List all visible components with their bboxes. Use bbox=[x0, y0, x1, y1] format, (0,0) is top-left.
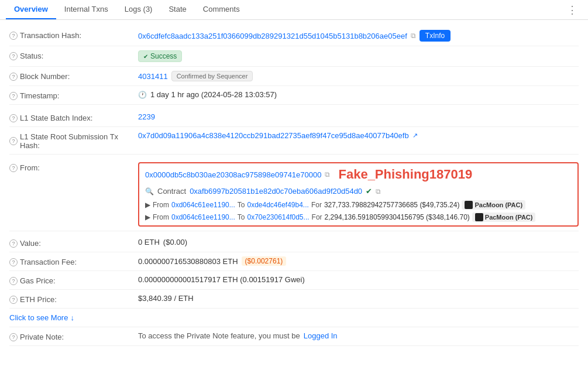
confirmed-badge: Confirmed by Sequencer bbox=[171, 71, 253, 81]
arrow-icon-2: ▶ bbox=[145, 213, 150, 221]
from-help-icon[interactable]: ? bbox=[9, 164, 18, 172]
transfer2-for-label: For bbox=[312, 213, 322, 221]
gas-help-icon[interactable]: ? bbox=[9, 277, 18, 285]
fee-value-col: 0.000000716530880803 ETH ($0.002761) bbox=[138, 256, 579, 266]
private-note-help-icon[interactable]: ? bbox=[9, 333, 18, 341]
fee-eth: 0.000000716530880803 ETH bbox=[138, 257, 238, 266]
arrow-icon-1: ▶ bbox=[145, 201, 150, 209]
more-options-icon[interactable]: ⋮ bbox=[562, 1, 582, 19]
gas-value: 0.000000000001517917 ETH (0.00151917 Gwe… bbox=[138, 275, 305, 284]
external-link-icon: ↗ bbox=[412, 132, 418, 139]
phishing-highlight-box: 0x0000db5c8b030ae20308ac975898e09741e700… bbox=[138, 162, 579, 227]
eth-price-value-col: $3,840.39 / ETH bbox=[138, 294, 579, 303]
tx-hash-row: ? Transaction Hash: 0x6cdfefc8aadc133a25… bbox=[9, 26, 579, 46]
value-row: ? Value: 0 ETH ($0.00) bbox=[9, 234, 579, 252]
token-transfer-2: ▶ From 0xd064c61ee1190... To 0x70e230614… bbox=[145, 213, 572, 222]
tx-hash-value-col: 0x6cdfefc8aadc133a251f0366099db289291321… bbox=[138, 30, 579, 42]
private-note-text: To access the Private Note feature, you … bbox=[138, 331, 300, 340]
status-value-col: Success bbox=[138, 50, 579, 62]
transfer2-token-badge: PacMoon (PAC) bbox=[472, 213, 536, 222]
timestamp-label: ? Timestamp: bbox=[9, 90, 138, 100]
timestamp-value-col: 🕐 1 day 1 hr ago (2024-05-28 13:03:57) bbox=[138, 90, 579, 99]
private-note-row: ? Private Note: To access the Private No… bbox=[9, 327, 579, 346]
status-badge: Success bbox=[138, 50, 182, 62]
transfer1-from-label: From bbox=[153, 201, 169, 209]
transfer1-to-link[interactable]: 0xde4dc46ef49b4... bbox=[247, 201, 308, 209]
tx-hash-link[interactable]: 0x6cdfefc8aadc133a251f0366099db289291321… bbox=[138, 32, 407, 40]
fee-row: ? Transaction Fee: 0.000000716530880803 … bbox=[9, 252, 579, 271]
block-number-link[interactable]: 4031411 bbox=[138, 72, 168, 81]
transfer1-amount: 327,733.79882942757736685 ($49,735.24) bbox=[324, 201, 460, 209]
tab-state[interactable]: State bbox=[160, 0, 194, 19]
value-label: ? Value: bbox=[9, 238, 138, 248]
transfer2-amount: 2,294,136.59180599304156795 ($348,146.70… bbox=[325, 213, 470, 221]
contract-search-icon: 🔍 bbox=[145, 187, 154, 196]
gas-value-col: 0.000000000001517917 ETH (0.00151917 Gwe… bbox=[138, 275, 579, 284]
tab-logs[interactable]: Logs (3) bbox=[116, 0, 161, 19]
l1-root-value-col: 0x7d0d09a11906a4c838e4120ccb291bad22735a… bbox=[138, 131, 579, 140]
fee-usd-badge: ($0.002761) bbox=[242, 256, 287, 266]
gas-label: ? Gas Price: bbox=[9, 275, 138, 285]
phishing-label: Fake_Phishing187019 bbox=[338, 167, 472, 182]
value-usd: ($0.00) bbox=[163, 238, 187, 246]
token-transfer-1: ▶ From 0xd064c61ee1190... To 0xde4dc46ef… bbox=[145, 200, 572, 210]
block-row: ? Block Number: 4031411 Confirmed by Seq… bbox=[9, 67, 579, 86]
transfer1-to-label: To bbox=[238, 201, 245, 209]
status-help-icon[interactable]: ? bbox=[9, 52, 18, 60]
transfer2-to-link[interactable]: 0x70e230614f0d5... bbox=[247, 213, 309, 221]
value-eth: 0 ETH bbox=[138, 238, 160, 246]
from-value-col: 0x0000db5c8b030ae20308ac975898e09741e700… bbox=[138, 162, 579, 227]
timestamp-row: ? Timestamp: 🕐 1 day 1 hr ago (2024-05-2… bbox=[9, 86, 579, 105]
transfer2-to-label: To bbox=[238, 213, 245, 221]
pacmoon-icon-2 bbox=[475, 213, 483, 221]
value-help-icon[interactable]: ? bbox=[9, 239, 18, 248]
eth-price-help-icon[interactable]: ? bbox=[9, 296, 18, 304]
eth-price-label: ? ETH Price: bbox=[9, 294, 138, 304]
private-note-value-col: To access the Private Note feature, you … bbox=[138, 331, 579, 340]
from-copy-icon[interactable]: ⧉ bbox=[325, 170, 330, 179]
l1-batch-row: ? L1 State Batch Index: 2239 bbox=[9, 108, 579, 127]
arrow-down-icon: ↓ bbox=[70, 313, 74, 322]
eth-price-value: $3,840.39 / ETH bbox=[138, 294, 194, 303]
tx-hash-label: ? Transaction Hash: bbox=[9, 30, 138, 40]
to-contract-link[interactable]: 0xafb6997b20581b1e82d0c70eba606ad9f20d54… bbox=[190, 187, 362, 196]
verified-icon: ✔ bbox=[366, 187, 372, 196]
transfer1-from-link[interactable]: 0xd064c61ee1190... bbox=[171, 201, 235, 209]
from-inner-row: 0x0000db5c8b030ae20308ac975898e09741e700… bbox=[145, 167, 572, 182]
tab-bar: Overview Internal Txns Logs (3) State Co… bbox=[0, 0, 588, 20]
l1-root-help-icon[interactable]: ? bbox=[9, 137, 18, 145]
l1-batch-help-icon[interactable]: ? bbox=[9, 114, 18, 122]
from-label-col: ? From: bbox=[9, 162, 138, 172]
fee-help-icon[interactable]: ? bbox=[9, 258, 18, 266]
transfer1-token-badge: PacMoon (PAC) bbox=[462, 200, 525, 210]
contract-prefix-label: Contract bbox=[157, 187, 186, 196]
l1-root-label: ? L1 State Root Submission Tx Hash: bbox=[9, 131, 138, 150]
tab-internal-txns[interactable]: Internal Txns bbox=[56, 0, 116, 19]
from-address-link[interactable]: 0x0000db5c8b030ae20308ac975898e09741e700… bbox=[145, 170, 321, 179]
block-label: ? Block Number: bbox=[9, 71, 138, 81]
txinfo-button[interactable]: TxInfo bbox=[419, 30, 451, 42]
block-help-icon[interactable]: ? bbox=[9, 73, 18, 81]
from-interacted-row: ? From: 0x0000db5c8b030ae20308ac975898e0… bbox=[9, 158, 579, 231]
l1-batch-label: ? L1 State Batch Index: bbox=[9, 112, 138, 122]
login-link[interactable]: Logged In bbox=[304, 331, 338, 340]
transfer1-for-label: For bbox=[311, 201, 322, 209]
transfer2-from-label: From bbox=[153, 213, 169, 221]
click-more-link[interactable]: Click to see More ↓ bbox=[9, 309, 579, 327]
erc20-section: ▶ From 0xd064c61ee1190... To 0xde4dc46ef… bbox=[145, 200, 572, 222]
fee-label: ? Transaction Fee: bbox=[9, 256, 138, 266]
l1-batch-link[interactable]: 2239 bbox=[138, 112, 155, 121]
erc20-transfers: ▶ From 0xd064c61ee1190... To 0xde4dc46ef… bbox=[145, 200, 572, 222]
main-content: ? Transaction Hash: 0x6cdfefc8aadc133a25… bbox=[0, 20, 588, 352]
l1-root-link[interactable]: 0x7d0d09a11906a4c838e4120ccb291bad22735a… bbox=[138, 131, 409, 140]
clock-icon: 🕐 bbox=[138, 91, 147, 99]
tx-hash-help-icon[interactable]: ? bbox=[9, 32, 18, 40]
transfer2-from-link[interactable]: 0xd064c61ee1190... bbox=[171, 213, 235, 221]
tx-hash-copy-icon[interactable]: ⧉ bbox=[411, 32, 416, 40]
timestamp-value: 1 day 1 hr ago (2024-05-28 13:03:57) bbox=[150, 90, 277, 99]
tab-comments[interactable]: Comments bbox=[195, 0, 248, 19]
timestamp-help-icon[interactable]: ? bbox=[9, 92, 18, 100]
tab-overview[interactable]: Overview bbox=[6, 0, 56, 19]
to-copy-icon[interactable]: ⧉ bbox=[376, 187, 381, 196]
eth-price-row: ? ETH Price: $3,840.39 / ETH bbox=[9, 290, 579, 309]
